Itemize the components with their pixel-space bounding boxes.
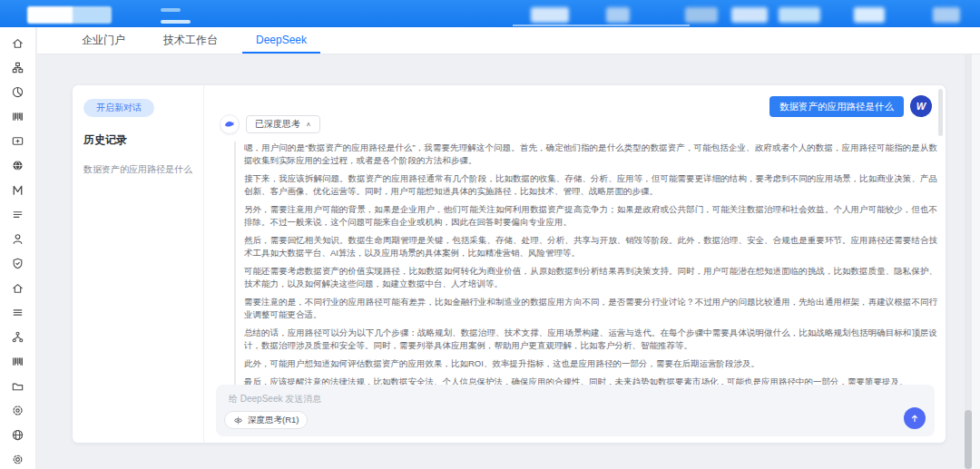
gear-icon[interactable]	[11, 452, 25, 466]
message-composer: 深度思考(R1)	[216, 385, 935, 436]
page-scrollbar-track[interactable]	[965, 27, 972, 469]
globe-filled-icon[interactable]	[11, 158, 25, 172]
chat-pane: 数据资产的应用路径是什么 W 已深度思考 ∧ 嗯，用户问的是“数据资产的应用路径…	[204, 85, 946, 443]
topbar-menu-item[interactable]	[779, 7, 820, 23]
user-message-bubble: 数据资产的应用路径是什么	[769, 96, 904, 117]
tab-enterprise-portal[interactable]: 企业门户	[63, 27, 144, 54]
barcode-alt-icon[interactable]	[11, 354, 25, 368]
app-logo	[27, 6, 112, 24]
user-message-row: 数据资产的应用路径是什么 W	[769, 95, 932, 117]
deepthink-label: 深度思考(R1)	[248, 415, 299, 426]
barcode-icon[interactable]	[11, 109, 25, 123]
letter-m-icon[interactable]	[11, 182, 25, 197]
history-panel: 开启新对话 历史记录 数据资产的应用路径是什么	[73, 85, 204, 443]
message-input[interactable]	[229, 390, 880, 406]
topbar-menu-item[interactable]	[933, 7, 960, 23]
list-icon[interactable]	[11, 207, 25, 221]
thought-toggle-button[interactable]: 已深度思考 ∧	[246, 115, 320, 133]
chat-card: 开启新对话 历史记录 数据资产的应用路径是什么 数据资产的应用路径是什么 W 已…	[73, 85, 946, 443]
home-icon[interactable]	[11, 35, 25, 50]
topbar-active-underline	[513, 24, 690, 26]
new-chat-button[interactable]: 开启新对话	[83, 99, 154, 117]
stack-icon[interactable]	[11, 305, 25, 319]
thinking-paragraph: 需要注意的是，不同行业的应用路径可能有差异，比如金融行业和制造业的数据应用方向不…	[244, 296, 937, 321]
topbar-menu-item[interactable]	[531, 7, 569, 23]
deepthink-r1-button[interactable]: 深度思考(R1)	[224, 411, 308, 429]
page-right-edge	[972, 27, 980, 469]
chat-scrollbar-thumb[interactable]	[938, 89, 943, 136]
topbar-menu-item[interactable]	[731, 7, 768, 23]
pie-chart-icon[interactable]	[11, 84, 25, 99]
thinking-paragraph: 此外，可能用户想知道如何评估数据资产的应用效果，比如ROI、效率提升指标，这也是…	[244, 357, 937, 370]
sitemap-icon[interactable]	[11, 329, 25, 344]
assistant-row: 已深度思考 ∧	[220, 114, 320, 134]
flower-badge-icon[interactable]	[11, 403, 25, 417]
thinking-paragraph: 可能还需要考虑数据资产的价值实现路径，比如数据如何转化为商业价值，从原始数据到分…	[244, 265, 937, 290]
topbar-menu-item[interactable]	[854, 7, 885, 23]
deepseek-whale-icon	[220, 114, 240, 134]
tab-bar: 企业门户 技术工作台 DeepSeek	[37, 27, 980, 54]
thinking-paragraph: 然后，需要回忆相关知识。数据生命周期管理是关键，包括采集、存储、处理、分析、共享…	[244, 234, 937, 259]
thinking-paragraph: 接下来，我应该拆解问题。数据资产的应用路径通常有几个阶段，比如数据的收集、存储、…	[244, 172, 937, 198]
history-title: 历史记录	[83, 132, 192, 148]
history-item[interactable]: 数据资产的应用路径是什么	[83, 163, 192, 176]
home-alt-icon[interactable]	[11, 280, 25, 295]
icon-sidebar	[0, 27, 36, 469]
thinking-paragraph: 嗯，用户问的是“数据资产的应用路径是什么”，我需要先理解这个问题。首先，确定他们…	[244, 142, 937, 167]
folder-icon[interactable]	[11, 378, 25, 393]
thinking-paragraph: 总结的话，应用路径可以分为以下几个步骤：战略规划、数据治理、技术支撑、应用场景构…	[244, 327, 937, 352]
thinking-paragraph: 另外，需要注意用户可能的背景，如果是企业用户，他们可能关注如何利用数据资产提高竞…	[244, 203, 937, 229]
topbar-menu-item[interactable]	[685, 7, 718, 23]
media-add-icon[interactable]	[11, 133, 25, 148]
deepthink-icon	[233, 415, 243, 425]
thinking-content: 嗯，用户问的是“数据资产的应用路径是什么”，我需要先理解这个问题。首先，确定他们…	[234, 142, 937, 386]
arrow-up-icon	[909, 413, 920, 424]
send-button[interactable]	[904, 407, 926, 429]
topbar-menu-item[interactable]	[606, 7, 630, 23]
logo-subtext	[161, 8, 181, 12]
globe-icon[interactable]	[11, 427, 25, 442]
chevron-up-icon: ∧	[306, 121, 311, 127]
user-icon[interactable]	[11, 231, 25, 246]
org-chart-icon[interactable]	[11, 60, 25, 74]
logo-subtext	[161, 20, 191, 24]
page-scrollbar-thumb[interactable]	[965, 410, 972, 469]
tab-deepseek[interactable]: DeepSeek	[237, 27, 326, 54]
shield-icon[interactable]	[11, 256, 25, 270]
tab-tech-workbench[interactable]: 技术工作台	[144, 27, 237, 54]
thought-toggle-label: 已深度思考	[255, 118, 300, 131]
user-avatar: W	[910, 95, 932, 117]
top-navigation-bar	[0, 0, 980, 27]
